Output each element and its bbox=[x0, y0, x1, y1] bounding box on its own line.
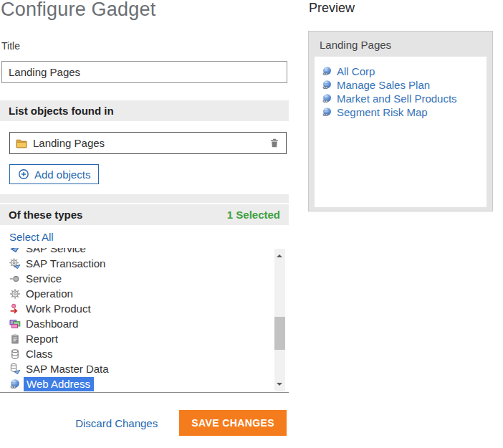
trash-icon[interactable] bbox=[269, 138, 279, 148]
type-label: Class bbox=[26, 348, 53, 360]
gadget-title-input[interactable] bbox=[1, 61, 287, 83]
preview-heading: Preview bbox=[309, 1, 355, 16]
sap-master-data-icon bbox=[9, 363, 21, 375]
object-label: Landing Pages bbox=[33, 137, 105, 149]
preview-link-label: All Corp bbox=[337, 65, 375, 77]
report-icon bbox=[9, 333, 21, 345]
type-label: SAP Transaction bbox=[26, 257, 105, 270]
list-objects-section-body: Landing Pages Add objects bbox=[0, 121, 289, 194]
title-field-label: Title bbox=[1, 40, 20, 52]
web-address-icon bbox=[322, 107, 332, 118]
preview-link-label: Segment Risk Map bbox=[337, 106, 428, 118]
type-label: Report bbox=[26, 333, 58, 345]
preview-panel: Landing Pages All Corp Manage Sales Plan bbox=[308, 31, 493, 211]
scrollbar-thumb[interactable] bbox=[274, 317, 285, 350]
type-list-item[interactable]: Operation bbox=[9, 286, 289, 301]
scrollbar-up-arrow-icon[interactable] bbox=[274, 249, 285, 260]
type-label: Dashboard bbox=[26, 318, 78, 330]
operation-icon bbox=[9, 288, 21, 300]
preview-link[interactable]: Segment Risk Map bbox=[322, 105, 487, 119]
type-label: Operation bbox=[26, 287, 73, 300]
select-all-link[interactable]: Select All bbox=[0, 225, 63, 248]
discard-changes-link[interactable]: Discard Changes bbox=[75, 417, 158, 429]
class-icon bbox=[9, 348, 21, 360]
preview-link-label: Market and Sell Products bbox=[337, 92, 457, 105]
preview-link[interactable]: All Corp bbox=[322, 65, 487, 78]
service-icon bbox=[9, 273, 21, 285]
type-label: SAP Service bbox=[26, 248, 86, 254]
sap-transaction-icon bbox=[9, 258, 21, 270]
type-list-item[interactable]: SAP Master Data bbox=[9, 361, 289, 376]
type-list-item[interactable]: Dashboard bbox=[9, 316, 289, 331]
preview-panel-body: All Corp Manage Sales Plan Market and Se… bbox=[315, 57, 487, 207]
types-section-title: Of these types bbox=[9, 209, 82, 221]
type-label: SAP Master Data bbox=[26, 363, 109, 375]
web-address-icon bbox=[322, 80, 332, 90]
list-objects-section-header: List objects found in bbox=[0, 100, 289, 121]
web-address-icon bbox=[9, 378, 21, 390]
type-list-item[interactable]: Work Product bbox=[9, 301, 289, 316]
preview-link[interactable]: Market and Sell Products bbox=[322, 92, 487, 105]
type-list: SAP Service SAP Transaction Service bbox=[0, 248, 289, 393]
web-address-icon bbox=[322, 66, 332, 77]
preview-panel-title: Landing Pages bbox=[309, 32, 492, 57]
web-address-icon bbox=[322, 93, 332, 104]
object-row[interactable]: Landing Pages bbox=[9, 132, 287, 154]
add-objects-button[interactable]: Add objects bbox=[9, 164, 99, 184]
work-product-icon bbox=[9, 303, 21, 315]
preview-link[interactable]: Manage Sales Plan bbox=[322, 78, 487, 92]
type-list-scrollbar[interactable] bbox=[274, 249, 285, 391]
type-list-item[interactable]: Report bbox=[9, 331, 289, 346]
type-list-item[interactable]: Class bbox=[9, 346, 289, 361]
type-list-item[interactable]: Web Address bbox=[9, 376, 289, 391]
scrollbar-down-arrow-icon[interactable] bbox=[274, 380, 285, 391]
selected-count-badge: 1 Selected bbox=[227, 209, 280, 221]
types-section: Of these types 1 Selected Select All SAP… bbox=[0, 204, 289, 393]
save-changes-button[interactable]: SAVE CHANGES bbox=[179, 410, 287, 436]
types-section-header: Of these types 1 Selected bbox=[0, 204, 289, 225]
sap-service-icon bbox=[9, 248, 21, 254]
list-objects-section-title: List objects found in bbox=[9, 105, 114, 117]
types-section-body: Select All SAP Service SAP Transaction bbox=[0, 225, 289, 393]
type-label: Service bbox=[26, 272, 62, 285]
type-list-item[interactable]: Service bbox=[9, 271, 289, 286]
list-objects-section: List objects found in Landing Pages Add … bbox=[0, 100, 289, 203]
configure-gadget-dialog: Configure Gadget Title List objects foun… bbox=[0, 0, 503, 448]
page-title: Configure Gadget bbox=[1, 0, 155, 21]
type-label: Web Address bbox=[24, 377, 94, 391]
add-objects-label: Add objects bbox=[34, 168, 90, 181]
type-list-item[interactable]: SAP Transaction bbox=[9, 256, 289, 271]
preview-link-label: Manage Sales Plan bbox=[337, 79, 430, 91]
dialog-actions: Discard Changes SAVE CHANGES bbox=[0, 410, 289, 436]
plus-circle-icon bbox=[18, 168, 29, 180]
dashboard-icon bbox=[9, 318, 21, 330]
type-list-item[interactable]: SAP Service bbox=[9, 248, 289, 256]
folder-icon bbox=[16, 138, 27, 149]
type-label: Work Product bbox=[26, 302, 91, 315]
